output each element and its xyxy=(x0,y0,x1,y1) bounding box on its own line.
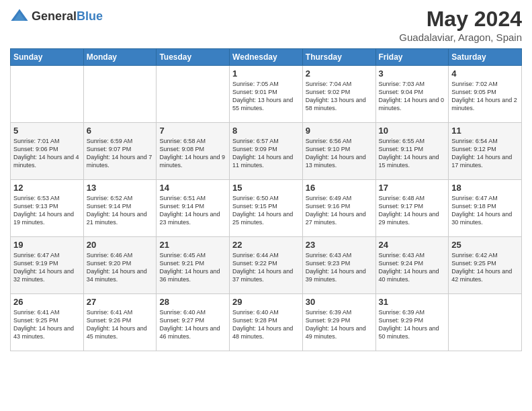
day-number: 14 xyxy=(159,183,226,193)
day-content: Sunrise: 6:50 AM Sunset: 9:15 PM Dayligh… xyxy=(232,194,300,227)
day-content: Sunrise: 6:53 AM Sunset: 9:13 PM Dayligh… xyxy=(13,194,81,227)
calendar-day-header: Sunday xyxy=(11,49,84,66)
day-number: 25 xyxy=(451,240,519,250)
calendar-cell xyxy=(11,66,84,123)
day-number: 3 xyxy=(379,68,446,79)
day-number: 18 xyxy=(451,183,519,193)
day-content: Sunrise: 6:48 AM Sunset: 9:17 PM Dayligh… xyxy=(379,194,446,227)
calendar-cell xyxy=(83,66,157,123)
day-content: Sunrise: 6:40 AM Sunset: 9:27 PM Dayligh… xyxy=(159,308,226,341)
day-content: Sunrise: 6:40 AM Sunset: 9:28 PM Dayligh… xyxy=(232,308,300,341)
day-content: Sunrise: 6:47 AM Sunset: 9:19 PM Dayligh… xyxy=(13,251,81,284)
page-header: GeneralBlue May 2024 Guadalaviar, Aragon… xyxy=(10,7,522,43)
calendar-cell: 20Sunrise: 6:46 AM Sunset: 9:20 PM Dayli… xyxy=(83,237,157,294)
day-content: Sunrise: 6:39 AM Sunset: 9:29 PM Dayligh… xyxy=(379,308,446,341)
day-number: 10 xyxy=(379,126,446,136)
calendar-week-row: 12Sunrise: 6:53 AM Sunset: 9:13 PM Dayli… xyxy=(11,180,522,237)
calendar-day-header: Wednesday xyxy=(230,49,303,66)
day-content: Sunrise: 6:49 AM Sunset: 9:16 PM Dayligh… xyxy=(306,194,373,227)
calendar-cell: 28Sunrise: 6:40 AM Sunset: 9:27 PM Dayli… xyxy=(157,294,230,351)
day-number: 11 xyxy=(451,126,519,136)
calendar-week-row: 1Sunrise: 7:05 AM Sunset: 9:01 PM Daylig… xyxy=(11,66,522,123)
calendar-week-row: 19Sunrise: 6:47 AM Sunset: 9:19 PM Dayli… xyxy=(11,237,522,294)
day-content: Sunrise: 7:05 AM Sunset: 9:01 PM Dayligh… xyxy=(232,80,300,113)
calendar-cell: 17Sunrise: 6:48 AM Sunset: 9:17 PM Dayli… xyxy=(375,180,449,237)
day-content: Sunrise: 6:55 AM Sunset: 9:11 PM Dayligh… xyxy=(379,137,446,170)
calendar-cell: 26Sunrise: 6:41 AM Sunset: 9:25 PM Dayli… xyxy=(11,294,84,351)
calendar-day-header: Saturday xyxy=(449,49,522,66)
calendar-cell: 14Sunrise: 6:51 AM Sunset: 9:14 PM Dayli… xyxy=(157,180,230,237)
logo: GeneralBlue xyxy=(10,7,103,26)
day-content: Sunrise: 6:42 AM Sunset: 9:25 PM Dayligh… xyxy=(451,251,519,284)
day-number: 9 xyxy=(306,126,373,136)
calendar-cell: 16Sunrise: 6:49 AM Sunset: 9:16 PM Dayli… xyxy=(302,180,375,237)
calendar-body: 1Sunrise: 7:05 AM Sunset: 9:01 PM Daylig… xyxy=(11,66,522,351)
calendar-cell: 27Sunrise: 6:41 AM Sunset: 9:26 PM Dayli… xyxy=(83,294,157,351)
calendar-cell: 25Sunrise: 6:42 AM Sunset: 9:25 PM Dayli… xyxy=(449,237,522,294)
calendar-cell: 21Sunrise: 6:45 AM Sunset: 9:21 PM Dayli… xyxy=(157,237,230,294)
day-number: 21 xyxy=(159,240,226,250)
day-content: Sunrise: 6:52 AM Sunset: 9:14 PM Dayligh… xyxy=(87,194,154,227)
day-number: 7 xyxy=(159,126,226,136)
day-number: 30 xyxy=(306,297,373,307)
day-number: 20 xyxy=(87,240,154,250)
calendar-day-header: Thursday xyxy=(302,49,375,66)
calendar-week-row: 26Sunrise: 6:41 AM Sunset: 9:25 PM Dayli… xyxy=(11,294,522,351)
calendar-cell: 18Sunrise: 6:47 AM Sunset: 9:18 PM Dayli… xyxy=(449,180,522,237)
day-content: Sunrise: 6:44 AM Sunset: 9:22 PM Dayligh… xyxy=(232,251,300,284)
month-title: May 2024 xyxy=(399,7,522,32)
day-number: 6 xyxy=(87,126,154,136)
day-number: 17 xyxy=(379,183,446,193)
day-content: Sunrise: 6:43 AM Sunset: 9:24 PM Dayligh… xyxy=(379,251,446,284)
calendar-day-header: Tuesday xyxy=(157,49,230,66)
calendar-cell: 13Sunrise: 6:52 AM Sunset: 9:14 PM Dayli… xyxy=(83,180,157,237)
logo-icon xyxy=(10,7,29,26)
day-content: Sunrise: 6:47 AM Sunset: 9:18 PM Dayligh… xyxy=(451,194,519,227)
day-number: 13 xyxy=(87,183,154,193)
day-content: Sunrise: 7:04 AM Sunset: 9:02 PM Dayligh… xyxy=(306,80,373,113)
calendar-cell: 30Sunrise: 6:39 AM Sunset: 9:29 PM Dayli… xyxy=(302,294,375,351)
calendar-cell: 9Sunrise: 6:56 AM Sunset: 9:10 PM Daylig… xyxy=(302,123,375,180)
calendar-cell: 10Sunrise: 6:55 AM Sunset: 9:11 PM Dayli… xyxy=(375,123,449,180)
calendar-cell: 4Sunrise: 7:02 AM Sunset: 9:05 PM Daylig… xyxy=(449,66,522,123)
calendar-cell: 22Sunrise: 6:44 AM Sunset: 9:22 PM Dayli… xyxy=(230,237,303,294)
calendar-cell xyxy=(157,66,230,123)
title-block: May 2024 Guadalaviar, Aragon, Spain xyxy=(399,7,522,43)
location-title: Guadalaviar, Aragon, Spain xyxy=(399,32,522,43)
day-content: Sunrise: 6:46 AM Sunset: 9:20 PM Dayligh… xyxy=(87,251,154,284)
day-number: 8 xyxy=(232,126,300,136)
calendar-cell: 12Sunrise: 6:53 AM Sunset: 9:13 PM Dayli… xyxy=(11,180,84,237)
calendar-cell: 6Sunrise: 6:59 AM Sunset: 9:07 PM Daylig… xyxy=(83,123,157,180)
day-number: 29 xyxy=(232,297,300,307)
calendar-cell: 7Sunrise: 6:58 AM Sunset: 9:08 PM Daylig… xyxy=(157,123,230,180)
day-number: 15 xyxy=(232,183,300,193)
day-number: 28 xyxy=(159,297,226,307)
calendar-cell: 1Sunrise: 7:05 AM Sunset: 9:01 PM Daylig… xyxy=(230,66,303,123)
day-number: 24 xyxy=(379,240,446,250)
day-number: 31 xyxy=(379,297,446,307)
logo-text-general: General xyxy=(32,9,77,23)
day-content: Sunrise: 6:58 AM Sunset: 9:08 PM Dayligh… xyxy=(159,137,226,170)
day-content: Sunrise: 7:01 AM Sunset: 9:06 PM Dayligh… xyxy=(13,137,81,170)
calendar-cell: 29Sunrise: 6:40 AM Sunset: 9:28 PM Dayli… xyxy=(230,294,303,351)
calendar-cell: 5Sunrise: 7:01 AM Sunset: 9:06 PM Daylig… xyxy=(11,123,84,180)
day-number: 16 xyxy=(306,183,373,193)
day-number: 22 xyxy=(232,240,300,250)
day-number: 27 xyxy=(87,297,154,307)
day-content: Sunrise: 6:59 AM Sunset: 9:07 PM Dayligh… xyxy=(87,137,154,170)
calendar-cell: 11Sunrise: 6:54 AM Sunset: 9:12 PM Dayli… xyxy=(449,123,522,180)
day-content: Sunrise: 6:43 AM Sunset: 9:23 PM Dayligh… xyxy=(306,251,373,284)
day-content: Sunrise: 6:57 AM Sunset: 9:09 PM Dayligh… xyxy=(232,137,300,170)
calendar-table: SundayMondayTuesdayWednesdayThursdayFrid… xyxy=(10,48,522,351)
day-content: Sunrise: 6:41 AM Sunset: 9:26 PM Dayligh… xyxy=(87,308,154,341)
day-content: Sunrise: 7:02 AM Sunset: 9:05 PM Dayligh… xyxy=(451,80,519,113)
calendar-day-header: Monday xyxy=(83,49,157,66)
day-content: Sunrise: 6:51 AM Sunset: 9:14 PM Dayligh… xyxy=(159,194,226,227)
day-number: 26 xyxy=(13,297,81,307)
day-number: 12 xyxy=(13,183,81,193)
day-content: Sunrise: 6:56 AM Sunset: 9:10 PM Dayligh… xyxy=(306,137,373,170)
calendar-cell: 19Sunrise: 6:47 AM Sunset: 9:19 PM Dayli… xyxy=(11,237,84,294)
day-content: Sunrise: 6:39 AM Sunset: 9:29 PM Dayligh… xyxy=(306,308,373,341)
day-number: 23 xyxy=(306,240,373,250)
calendar-week-row: 5Sunrise: 7:01 AM Sunset: 9:06 PM Daylig… xyxy=(11,123,522,180)
